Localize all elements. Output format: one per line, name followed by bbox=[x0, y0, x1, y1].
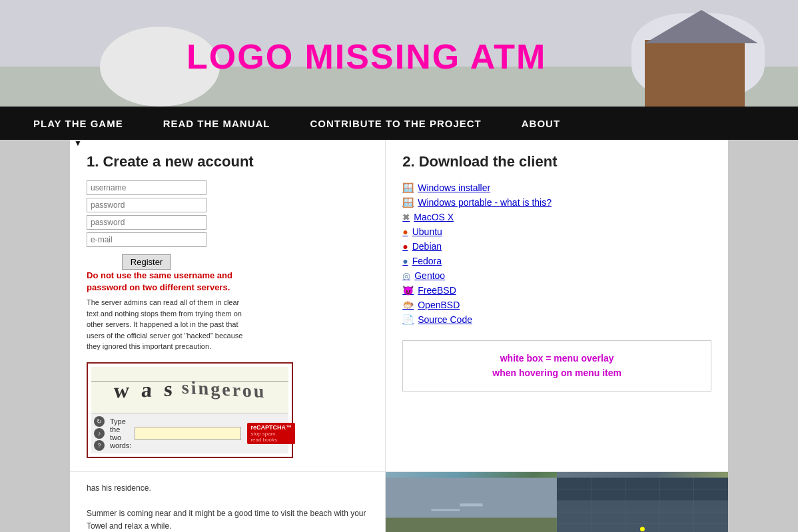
overlay-message: white box = menu overlay when hovering o… bbox=[402, 340, 711, 392]
registration-form: Register Do not use the same username an… bbox=[87, 180, 368, 352]
overlay-line1: white box = menu overlay bbox=[416, 351, 697, 366]
windows-portable-icon: 🪟 bbox=[402, 197, 414, 208]
download-title: 2. Download the client bbox=[402, 153, 711, 170]
download-fedora[interactable]: ● Fedora bbox=[402, 254, 711, 268]
captcha-input[interactable] bbox=[135, 427, 241, 440]
download-label[interactable]: FreeBSD bbox=[418, 285, 456, 296]
ubuntu-icon: ● bbox=[402, 226, 408, 237]
source-icon: 📄 bbox=[402, 314, 414, 325]
download-debian[interactable]: ● Debian bbox=[402, 239, 711, 254]
download-freebsd[interactable]: 😈 FreeBSD bbox=[402, 283, 711, 298]
openbsd-icon: 🐡 bbox=[402, 300, 414, 310]
screenshot-1 bbox=[386, 472, 557, 532]
password-input-2[interactable] bbox=[87, 215, 206, 230]
download-label[interactable]: OpenBSD bbox=[418, 300, 460, 310]
email-input[interactable] bbox=[87, 232, 206, 247]
story-paragraph-2: Summer is coming near and it might be a … bbox=[87, 507, 368, 532]
story-paragraph-1: has his residence. bbox=[87, 482, 368, 495]
overlay-line2: when hovering on menu item bbox=[416, 366, 697, 380]
macos-icon: ✖ bbox=[402, 212, 410, 222]
captcha-image: w a s singerou bbox=[91, 367, 288, 413]
freebsd-icon: 😈 bbox=[402, 285, 414, 296]
svg-rect-3 bbox=[432, 509, 460, 511]
windows-icon: 🪟 bbox=[402, 182, 414, 193]
download-windows-portable[interactable]: 🪟 Windows portable - what is this? bbox=[402, 195, 711, 210]
email-group bbox=[87, 232, 206, 247]
left-panel: 1. Create a new account Register bbox=[70, 140, 386, 471]
download-label[interactable]: MacOS X bbox=[414, 212, 454, 222]
captcha-help-icon[interactable]: ? bbox=[94, 440, 105, 451]
screenshots-area: Jimbo Rinfrette "I love to play this gam… bbox=[386, 472, 728, 532]
captcha-label: Type the two words: bbox=[110, 417, 131, 449]
download-label[interactable]: Windows installer bbox=[418, 182, 490, 193]
download-ubuntu[interactable]: ● Ubuntu bbox=[402, 224, 711, 239]
svg-point-15 bbox=[640, 527, 645, 531]
captcha-refresh-icon[interactable]: ↻ bbox=[94, 416, 105, 427]
captcha-bottom-bar: ↻ ♪ ? Type the two words: reCAPTCHA™ sto… bbox=[91, 413, 288, 453]
nav-item-about[interactable]: ABOUT bbox=[502, 107, 580, 140]
download-gentoo[interactable]: ◎ Gentoo bbox=[402, 268, 711, 283]
download-macos[interactable]: ✖ MacOS X bbox=[402, 210, 711, 224]
password-input-1[interactable] bbox=[87, 198, 206, 212]
nav-item-play[interactable]: PLAY THE GAME bbox=[13, 107, 143, 140]
captcha-word1: w a s bbox=[113, 376, 177, 403]
download-label[interactable]: Windows portable - what is this? bbox=[418, 197, 552, 208]
password-group-1 bbox=[87, 198, 206, 212]
download-label[interactable]: Gentoo bbox=[414, 270, 445, 281]
download-label[interactable]: Debian bbox=[412, 241, 442, 252]
username-input[interactable] bbox=[87, 180, 206, 195]
story-panel: has his residence. Summer is coming near… bbox=[70, 472, 386, 532]
download-label[interactable]: Fedora bbox=[412, 256, 442, 266]
recaptcha-tagline: stop spam.read books. bbox=[250, 431, 292, 443]
logo-area: LOGO MISSING ATM bbox=[0, 0, 798, 107]
right-panel: 2. Download the client 🪟 Windows install… bbox=[386, 140, 728, 471]
recaptcha-logo: reCAPTCHA™ bbox=[250, 424, 292, 431]
captcha-audio-icon[interactable]: ♪ bbox=[94, 428, 105, 439]
username-group bbox=[87, 180, 206, 195]
download-windows-installer[interactable]: 🪟 Windows installer bbox=[402, 180, 711, 195]
nav-item-manual[interactable]: READ THE MANUAL bbox=[143, 107, 290, 140]
game-scene-svg-2 bbox=[557, 472, 728, 532]
download-label[interactable]: Ubuntu bbox=[412, 226, 442, 237]
password-group-2 bbox=[87, 215, 206, 230]
captcha-container: w a s singerou ↻ ♪ ? Type the two words:… bbox=[87, 362, 293, 458]
game-scene-svg-1 bbox=[386, 472, 557, 532]
create-account-title: 1. Create a new account bbox=[87, 153, 368, 170]
download-openbsd[interactable]: 🐡 OpenBSD bbox=[402, 298, 711, 312]
bottom-content: has his residence. Summer is coming near… bbox=[70, 471, 728, 532]
warning-title: Do not use the same username and passwor… bbox=[87, 270, 246, 294]
gentoo-icon: ◎ bbox=[402, 270, 410, 281]
fedora-icon: ● bbox=[402, 256, 408, 266]
svg-rect-1 bbox=[386, 517, 557, 532]
download-list: 🪟 Windows installer 🪟 Windows portable -… bbox=[402, 180, 711, 327]
main-content: 1. Create a new account Register bbox=[70, 140, 728, 471]
download-label[interactable]: Source Code bbox=[418, 314, 472, 325]
warning-body: The server admins can read all of them i… bbox=[87, 297, 246, 352]
svg-rect-2 bbox=[460, 503, 483, 506]
logo-text: LOGO MISSING ATM bbox=[187, 37, 546, 77]
download-source[interactable]: 📄 Source Code bbox=[402, 312, 711, 327]
register-button[interactable]: Register bbox=[122, 254, 171, 270]
screenshot-2 bbox=[557, 472, 728, 532]
navigation-bar: PLAY THE GAME READ THE MANUAL CONTRIBUTE… bbox=[0, 107, 798, 140]
captcha-word2: singerou bbox=[181, 377, 266, 403]
nav-item-contribute[interactable]: CONTRIBUTE TO THE PROJECT bbox=[290, 107, 502, 140]
debian-icon: ● bbox=[402, 241, 408, 252]
